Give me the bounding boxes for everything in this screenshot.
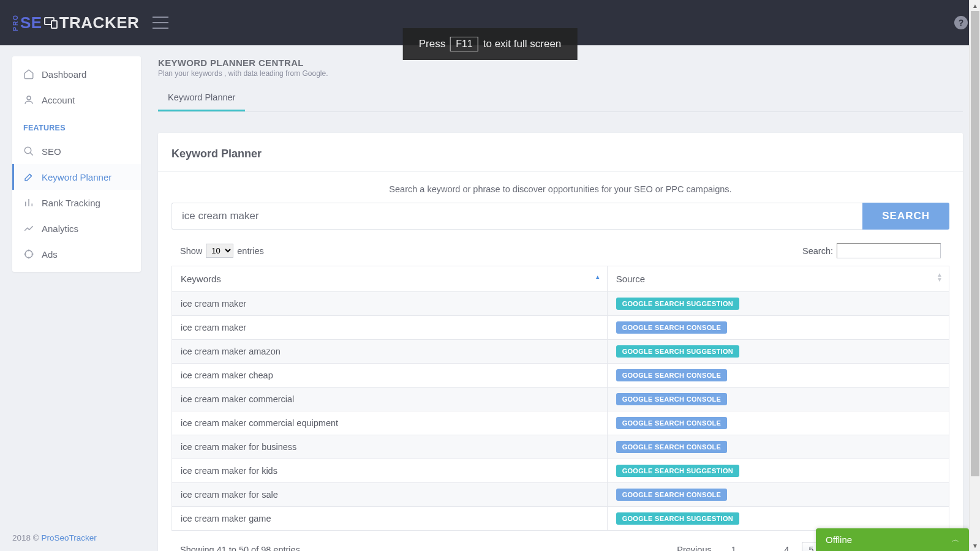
source-badge: GOOGLE SEARCH CONSOLE (616, 393, 728, 405)
source-badge: GOOGLE SEARCH CONSOLE (616, 369, 728, 381)
table-row[interactable]: ice cream maker amazonGOOGLE SEARCH SUGG… (172, 340, 949, 364)
source-badge: GOOGLE SEARCH CONSOLE (616, 489, 728, 501)
cell-keyword: ice cream maker (172, 292, 608, 316)
table-row[interactable]: ice cream maker commercialGOOGLE SEARCH … (172, 388, 949, 411)
sidebar-item-keyword-planner[interactable]: Keyword Planner (12, 164, 141, 190)
user-icon (23, 94, 34, 105)
source-badge: GOOGLE SEARCH SUGGESTION (616, 345, 739, 358)
cell-source: GOOGLE SEARCH SUGGESTION (607, 459, 949, 483)
sidebar-item-ads[interactable]: Ads (12, 241, 141, 267)
show-entries-suffix: entries (237, 246, 264, 256)
scrollbar-thumb[interactable] (971, 11, 979, 476)
cell-source: GOOGLE SEARCH CONSOLE (607, 316, 949, 340)
fullscreen-hint-key: F11 (450, 37, 478, 51)
cell-source: GOOGLE SEARCH CONSOLE (607, 364, 949, 388)
table-controls: Show 10 entries Search: (172, 243, 949, 258)
fullscreen-hint-prefix: Press (419, 38, 445, 50)
panel-hint: Search a keyword or phrase to discover o… (172, 184, 949, 194)
offline-label: Offline (826, 534, 852, 545)
cell-keyword: ice cream maker for sale (172, 483, 608, 507)
help-icon[interactable]: ? (954, 16, 968, 29)
cell-source: GOOGLE SEARCH CONSOLE (607, 483, 949, 507)
source-badge: GOOGLE SEARCH CONSOLE (616, 321, 728, 334)
sort-icon: ▲▼ (937, 272, 943, 282)
source-badge: GOOGLE SEARCH CONSOLE (616, 417, 728, 429)
fullscreen-hint: Press F11 to exit full screen (403, 28, 578, 60)
panel-title: Keyword Planner (172, 148, 949, 160)
entries-select[interactable]: 10 (206, 244, 233, 258)
sidebar-item-rank-tracking[interactable]: Rank Tracking (12, 190, 141, 216)
main: KEYWORD PLANNER CENTRAL Plan your keywor… (141, 45, 980, 551)
source-badge: GOOGLE SEARCH SUGGESTION (616, 465, 739, 477)
table-row[interactable]: ice cream maker for businessGOOGLE SEARC… (172, 435, 949, 459)
page-previous[interactable]: Previous (670, 542, 718, 551)
line-icon (23, 223, 34, 234)
sidebar-item-dashboard[interactable]: Dashboard (12, 61, 141, 87)
keyword-search-input[interactable] (172, 203, 862, 230)
sidebar: DashboardAccount FEATURES SEOKeyword Pla… (0, 45, 141, 551)
offline-bar[interactable]: Offline ︿ (816, 528, 969, 551)
cell-source: GOOGLE SEARCH SUGGESTION (607, 340, 949, 364)
search-button[interactable]: SEARCH (862, 203, 949, 230)
target-icon (23, 249, 34, 260)
source-badge: GOOGLE SEARCH SUGGESTION (616, 512, 739, 525)
logo-se: SE (20, 13, 42, 32)
page-4[interactable]: 4 (777, 542, 796, 551)
scroll-down-icon[interactable]: ▼ (970, 540, 980, 551)
cell-source: GOOGLE SEARCH CONSOLE (607, 435, 949, 459)
scroll-up-icon[interactable]: ▲ (970, 0, 980, 11)
table-row[interactable]: ice cream maker commercial equipmentGOOG… (172, 411, 949, 435)
sidebar-item-label: Rank Tracking (42, 198, 100, 208)
scrollbar[interactable]: ▲ ▼ (969, 0, 980, 551)
panel-keyword-planner: Keyword Planner Search a keyword or phra… (158, 133, 963, 551)
sidebar-card: DashboardAccount FEATURES SEOKeyword Pla… (12, 56, 141, 272)
table-row[interactable]: ice cream maker for kidsGOOGLE SEARCH SU… (172, 459, 949, 483)
table-search: Search: (802, 243, 941, 258)
table-search-input[interactable] (837, 243, 941, 258)
table-row[interactable]: ice cream makerGOOGLE SEARCH SUGGESTION (172, 292, 949, 316)
cell-source: GOOGLE SEARCH CONSOLE (607, 411, 949, 435)
cell-source: GOOGLE SEARCH SUGGESTION (607, 292, 949, 316)
cell-keyword: ice cream maker amazon (172, 340, 608, 364)
svg-point-2 (27, 96, 31, 100)
fullscreen-hint-suffix: to exit full screen (483, 38, 562, 50)
page-1[interactable]: 1 (725, 542, 743, 551)
table-row[interactable]: ice cream makerGOOGLE SEARCH CONSOLE (172, 316, 949, 340)
keywords-table: Keywords ▲ Source ▲▼ ice cream makerGOOG… (172, 266, 949, 531)
sidebar-item-label: Account (42, 95, 75, 105)
col-keywords[interactable]: Keywords ▲ (172, 266, 608, 292)
cell-keyword: ice cream maker for business (172, 435, 608, 459)
devices-icon (43, 16, 58, 29)
logo-tracker: TRACKER (59, 13, 140, 32)
page-subtitle: Plan your keywords , with data leading f… (158, 69, 963, 78)
cell-keyword: ice cream maker for kids (172, 459, 608, 483)
tabs: Keyword Planner (158, 86, 963, 112)
sidebar-section-features: FEATURES (12, 113, 141, 138)
page-ellipsis: … (749, 542, 772, 551)
edit-icon (23, 171, 34, 182)
home-icon (23, 69, 34, 80)
cell-keyword: ice cream maker commercial equipment (172, 411, 608, 435)
sidebar-item-account[interactable]: Account (12, 87, 141, 113)
sidebar-item-analytics[interactable]: Analytics (12, 216, 141, 241)
table-row[interactable]: ice cream maker cheapGOOGLE SEARCH CONSO… (172, 364, 949, 388)
show-entries: Show 10 entries (180, 244, 264, 258)
cell-source: GOOGLE SEARCH CONSOLE (607, 388, 949, 411)
sidebar-item-label: Keyword Planner (42, 172, 111, 182)
menu-toggle-icon[interactable] (153, 17, 168, 29)
tab-keyword-planner[interactable]: Keyword Planner (158, 86, 245, 111)
logo[interactable]: PRO SE TRACKER (12, 13, 139, 32)
sort-asc-icon: ▲ (595, 274, 601, 280)
table-row[interactable]: ice cream maker for saleGOOGLE SEARCH CO… (172, 483, 949, 507)
footer: 2018 © ProSeoTracker (12, 533, 97, 542)
sidebar-item-seo[interactable]: SEO (12, 138, 141, 164)
footer-brand-link[interactable]: ProSeoTracker (41, 533, 96, 542)
table-row[interactable]: ice cream maker gameGOOGLE SEARCH SUGGES… (172, 507, 949, 531)
svg-point-4 (25, 250, 32, 258)
col-source[interactable]: Source ▲▼ (607, 266, 949, 292)
logo-pro: PRO (12, 14, 19, 31)
cell-keyword: ice cream maker game (172, 507, 608, 531)
cell-source: GOOGLE SEARCH SUGGESTION (607, 507, 949, 531)
cell-keyword: ice cream maker (172, 316, 608, 340)
sidebar-item-label: Ads (42, 249, 58, 260)
